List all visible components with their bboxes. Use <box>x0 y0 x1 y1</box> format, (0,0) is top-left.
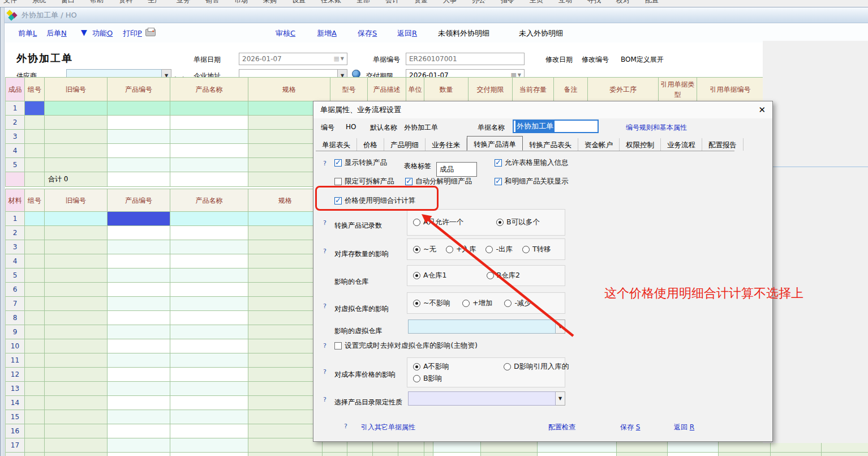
table-cell[interactable] <box>108 339 170 353</box>
row-number[interactable]: 10 <box>6 339 25 353</box>
row-number[interactable]: 15 <box>6 410 25 424</box>
doc-no-field[interactable]: ER260107001 <box>406 53 525 65</box>
row-number[interactable]: 4 <box>6 144 25 158</box>
column-header[interactable]: 旧编号 <box>45 189 108 212</box>
catalog-combo[interactable]: ▼ <box>408 391 565 406</box>
table-cell[interactable] <box>45 116 108 130</box>
row-number[interactable]: 12 <box>6 368 25 382</box>
table-cell[interactable] <box>25 297 45 311</box>
clear-vw-checkbox[interactable]: 设置完成时去掉对虚拟仓库的影响(主物资) <box>334 341 478 351</box>
table-cell[interactable] <box>248 339 323 353</box>
table-cell[interactable] <box>45 311 108 325</box>
doc-date-field[interactable]: 2026-01-07▦▼ <box>239 53 347 65</box>
dialog-back-button[interactable]: 返回 R <box>674 423 694 432</box>
column-header[interactable]: 规格 <box>248 189 323 212</box>
table-cell[interactable] <box>248 254 323 269</box>
table-cell[interactable] <box>170 116 248 130</box>
radio-icon[interactable] <box>413 246 420 253</box>
menu-item[interactable]: 文件 <box>3 0 17 6</box>
column-header[interactable]: 产品编号 <box>108 189 170 212</box>
row-number[interactable]: 17 <box>6 438 25 453</box>
checkbox-icon[interactable] <box>495 159 502 167</box>
row-number[interactable]: 5 <box>6 269 25 283</box>
table-cell[interactable] <box>45 144 108 158</box>
table-cell[interactable] <box>170 424 248 438</box>
row-number[interactable]: 4 <box>6 254 25 269</box>
table-cell[interactable] <box>25 368 45 382</box>
menu-item[interactable]: 配置 <box>645 0 659 6</box>
table-cell[interactable] <box>25 283 45 297</box>
column-header[interactable]: 备注 <box>554 78 588 101</box>
table-cell[interactable] <box>108 101 170 116</box>
virtual-warehouse-field[interactable] <box>408 319 556 334</box>
add-button[interactable]: 新增A <box>317 28 337 39</box>
menu-item[interactable]: 系统 <box>32 0 46 6</box>
tab-业务往来[interactable]: 业务往来 <box>426 138 467 151</box>
table-cell[interactable] <box>170 382 248 396</box>
menu-item[interactable]: 窗口 <box>61 0 75 6</box>
table-cell[interactable] <box>108 453 170 456</box>
bom-expand-link[interactable]: BOM定义展开 <box>621 55 664 65</box>
table-cell[interactable] <box>45 453 108 456</box>
printer-icon[interactable] <box>145 29 156 36</box>
menu-item[interactable]: 采购 <box>263 0 277 6</box>
table-cell[interactable] <box>45 410 108 424</box>
table-cell[interactable] <box>248 410 323 424</box>
table-cell[interactable] <box>45 438 108 453</box>
table-cell[interactable] <box>108 116 170 130</box>
table-cell[interactable] <box>170 410 248 424</box>
menu-item[interactable]: 主页 <box>530 0 543 6</box>
grid-label-input[interactable]: 成品 <box>436 162 477 177</box>
row-number[interactable]: 14 <box>6 396 25 410</box>
table-cell[interactable] <box>25 254 45 269</box>
table-cell[interactable] <box>538 453 617 456</box>
show-convert-checkbox[interactable]: 显示转换产品 <box>334 158 387 168</box>
radio-icon[interactable] <box>522 246 530 253</box>
table-cell[interactable] <box>25 311 45 325</box>
numbering-rule-link[interactable]: 编号规则和基本属性 <box>626 123 687 133</box>
help-question-icon[interactable]: ? <box>323 219 326 227</box>
table-cell[interactable] <box>25 130 45 144</box>
help-question-icon[interactable]: ? <box>323 302 326 310</box>
link-display-checkbox[interactable]: 和明细产品关联显示 <box>495 177 569 186</box>
radio-icon[interactable] <box>485 246 493 253</box>
unstocked-detail-link[interactable]: 未入外协明细 <box>519 28 563 39</box>
column-header[interactable]: 数量 <box>424 78 469 101</box>
table-cell[interactable] <box>108 297 170 311</box>
checkbox-icon[interactable] <box>495 178 502 185</box>
table-cell[interactable] <box>25 158 45 172</box>
radio-icon[interactable] <box>504 300 512 307</box>
checkbox-icon[interactable] <box>334 178 342 185</box>
table-cell[interactable] <box>108 438 170 453</box>
table-cell[interactable] <box>248 453 323 456</box>
menu-item[interactable]: 设置 <box>292 0 306 6</box>
table-cell[interactable] <box>433 453 481 456</box>
menu-item[interactable]: 寻找 <box>587 0 601 6</box>
radio-icon[interactable] <box>413 363 420 370</box>
help-question-icon[interactable]: ? <box>344 423 347 430</box>
table-cell[interactable] <box>25 101 45 116</box>
column-header[interactable]: 当前存量 <box>513 78 554 101</box>
allow-input-checkbox[interactable]: 允许表格里输入信息 <box>495 158 569 168</box>
radio-icon[interactable] <box>462 300 470 307</box>
column-header[interactable]: 引用单据类型 <box>659 78 697 101</box>
table-cell[interactable] <box>424 453 433 456</box>
row-number[interactable]: 7 <box>6 297 25 311</box>
table-cell[interactable] <box>170 283 248 297</box>
menu-item[interactable]: 会计 <box>385 0 399 6</box>
table-cell[interactable] <box>617 453 668 456</box>
help-question-icon[interactable]: ? <box>323 368 326 376</box>
auto-split-checkbox[interactable]: 自动分解明细产品 <box>405 177 472 186</box>
menu-item[interactable]: 办公 <box>472 0 485 6</box>
tab-单据表头[interactable]: 单据表头 <box>316 138 357 151</box>
column-header[interactable]: 产品编号 <box>108 78 170 101</box>
row-number[interactable]: 18 <box>6 453 25 456</box>
table-cell[interactable] <box>108 212 170 226</box>
table-cell[interactable] <box>108 144 170 158</box>
table-cell[interactable] <box>108 325 170 339</box>
help-question-icon[interactable]: ? <box>323 248 326 255</box>
column-header[interactable]: 型号 <box>330 78 368 101</box>
table-cell[interactable] <box>170 353 248 368</box>
config-check-link[interactable]: 配置检查 <box>548 423 575 432</box>
tab-业务流程[interactable]: 业务流程 <box>661 138 702 151</box>
